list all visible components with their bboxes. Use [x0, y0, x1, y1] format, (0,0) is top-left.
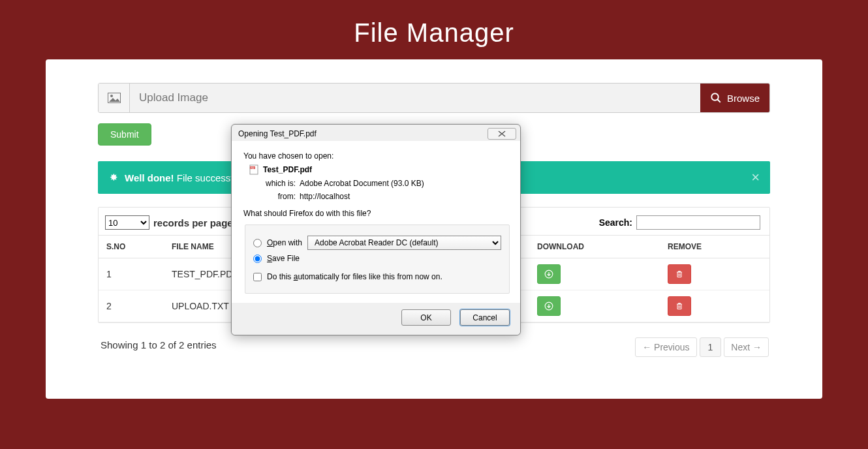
download-icon	[544, 270, 553, 279]
entries-info: Showing 1 to 2 of 2 entries	[98, 330, 219, 350]
sparkle-icon: ✸	[110, 172, 118, 183]
records-label: records per page	[153, 217, 233, 228]
open-with-radio[interactable]	[253, 239, 262, 247]
dialog-options: Open with Adobe Acrobat Reader DC (defau…	[245, 225, 510, 294]
pager-prev[interactable]: ← Previous	[635, 337, 696, 357]
search-label: Search:	[599, 217, 632, 228]
search-input[interactable]	[636, 215, 760, 230]
browse-button[interactable]: Browse	[700, 84, 769, 112]
col-remove[interactable]: REMOVE	[660, 236, 769, 258]
save-file-label: Save File	[267, 254, 300, 263]
col-download[interactable]: DOWNLOAD	[529, 236, 660, 258]
pager: ← Previous 1 Next →	[635, 337, 770, 357]
dialog-chosen-text: You have chosen to open:	[243, 151, 511, 161]
image-icon	[99, 84, 130, 112]
pager-current[interactable]: 1	[700, 337, 722, 357]
cell-sno: 2	[99, 290, 164, 322]
dialog-question: What should Firefox do with this file?	[243, 209, 511, 218]
download-icon	[544, 302, 553, 311]
records-per-page-select[interactable]: 10	[105, 215, 149, 230]
download-button[interactable]	[537, 296, 561, 316]
submit-button[interactable]: Submit	[98, 123, 151, 146]
save-file-radio[interactable]	[253, 255, 262, 263]
alert-strong: Well done!	[125, 172, 174, 183]
dialog-title: Opening Test_PDF.pdf	[238, 129, 317, 138]
cell-sno: 1	[99, 258, 164, 290]
browse-label: Browse	[727, 93, 760, 104]
from-value: http://localhost	[300, 192, 350, 201]
search-icon	[710, 92, 722, 104]
open-with-label: Open with	[267, 238, 302, 247]
auto-label: Do this automatically for files like thi…	[267, 272, 442, 281]
remove-button[interactable]	[668, 264, 691, 284]
svg-text:PDF: PDF	[251, 167, 255, 170]
which-is-label: which is:	[262, 179, 296, 188]
trash-icon	[675, 302, 683, 311]
alert-close-icon[interactable]: ×	[751, 169, 760, 186]
page-title: File Manager	[0, 0, 868, 59]
upload-bar: Browse	[98, 83, 770, 113]
cancel-button[interactable]: Cancel	[460, 309, 510, 326]
open-with-select[interactable]: Adobe Acrobat Reader DC (default)	[307, 236, 501, 250]
ok-button[interactable]: OK	[401, 309, 451, 326]
dialog-close-button[interactable]	[488, 128, 516, 140]
pager-next[interactable]: Next →	[724, 337, 769, 357]
col-sno[interactable]: S.NO	[99, 236, 164, 258]
auto-checkbox[interactable]	[253, 273, 262, 281]
download-button[interactable]	[537, 264, 561, 284]
pdf-icon: PDF	[249, 164, 259, 175]
svg-point-2	[711, 93, 719, 101]
svg-point-1	[110, 95, 113, 97]
remove-button[interactable]	[668, 296, 691, 316]
which-is-value: Adobe Acrobat Document (93.0 KB)	[300, 179, 424, 188]
close-icon	[498, 131, 506, 137]
from-label: from:	[262, 192, 296, 201]
upload-input[interactable]	[130, 84, 700, 112]
dialog-filename: Test_PDF.pdf	[263, 165, 312, 174]
trash-icon	[675, 270, 683, 279]
download-dialog: Opening Test_PDF.pdf You have chosen to …	[231, 124, 521, 335]
svg-line-3	[717, 99, 721, 102]
